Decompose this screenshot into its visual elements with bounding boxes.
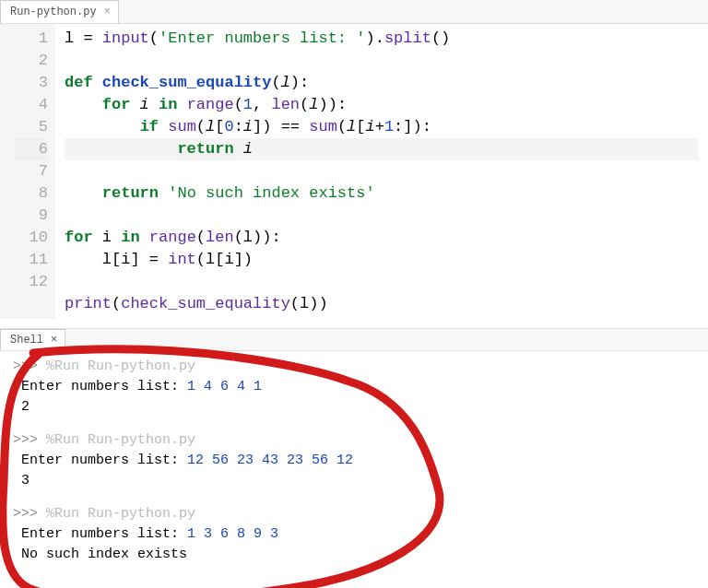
shell-output[interactable]: >>> %Run Run-python.py Enter numbers lis… — [0, 351, 708, 588]
code-line: print(check_sum_equality(l)) — [65, 295, 328, 312]
code-line: def check_sum_equality(l): — [65, 74, 309, 91]
code-line: if sum(l[0:i]) == sum(l[i+1:]): — [65, 118, 431, 135]
shell-run-block: >>> %Run Run-python.py Enter numbers lis… — [13, 430, 695, 491]
editor-tab-bar: Run-python.py × — [0, 0, 708, 24]
code-line: for i in range(len(l)): — [65, 229, 281, 246]
line-number-gutter: 1 2 3 4 5 6 7 8 9 10 11 12 — [0, 24, 55, 319]
editor-tab[interactable]: Run-python.py × — [0, 0, 119, 23]
close-icon[interactable]: × — [51, 334, 57, 347]
code-line: return i — [65, 138, 699, 160]
code-editor[interactable]: 1 2 3 4 5 6 7 8 9 10 11 12 l = input('En… — [0, 24, 708, 319]
shell-run-block: >>> %Run Run-python.py Enter numbers lis… — [13, 504, 695, 565]
code-line — [65, 273, 74, 290]
editor-tab-label: Run-python.py — [10, 6, 97, 18]
code-content[interactable]: l = input('Enter numbers list: ').split(… — [55, 24, 708, 319]
code-line — [65, 52, 74, 69]
code-line: return 'No such index exists' — [65, 184, 375, 202]
code-line: l[i] = int(l[i]) — [65, 251, 253, 268]
shell-tab-label: Shell — [10, 334, 43, 347]
close-icon[interactable]: × — [104, 6, 111, 18]
shell-tab-bar: Shell × — [0, 329, 708, 351]
code-line — [65, 206, 74, 224]
code-line: l = input('Enter numbers list: ').split(… — [65, 29, 450, 47]
code-line: for i in range(1, len(l)): — [65, 96, 347, 113]
shell-panel: Shell × >>> %Run Run-python.py Enter num… — [0, 328, 708, 588]
shell-tab[interactable]: Shell × — [0, 329, 65, 350]
shell-run-block: >>> %Run Run-python.py Enter numbers lis… — [13, 357, 695, 417]
